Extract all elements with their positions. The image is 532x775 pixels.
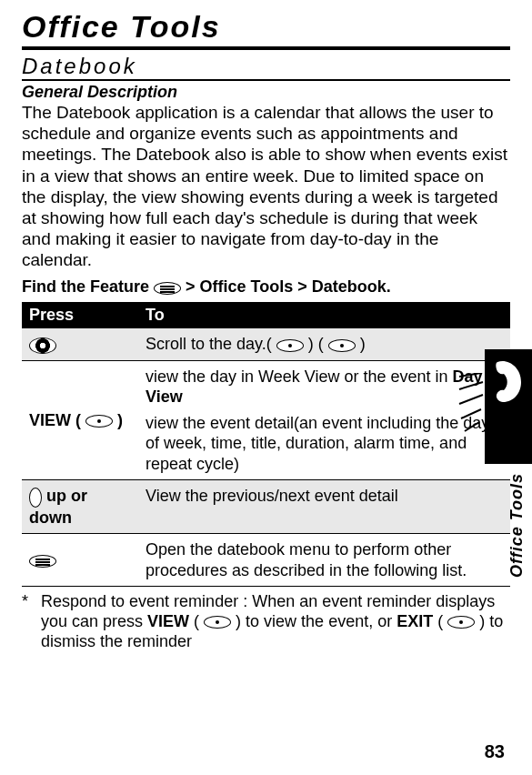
header-to: To bbox=[138, 302, 510, 328]
actions-table: Press To Scroll to the day.( ) ( ) VIEW … bbox=[22, 302, 510, 587]
page-number: 83 bbox=[485, 741, 505, 762]
menu-icon bbox=[29, 555, 56, 568]
subsection-title: General Description bbox=[22, 83, 510, 102]
to-cell: View the previous/next event detail bbox=[138, 480, 510, 534]
nav-wheel-icon bbox=[29, 337, 56, 354]
footnote-text: Respond to event reminder : When an even… bbox=[41, 592, 510, 652]
text: ) bbox=[356, 335, 366, 353]
side-section-label: Office Tools bbox=[507, 473, 527, 578]
find-feature-line: Find the Feature > Office Tools > Datebo… bbox=[22, 277, 510, 297]
find-feature-path: > Office Tools > Datebook. bbox=[181, 277, 391, 296]
text: view the day in Week View or the event i… bbox=[146, 367, 453, 386]
view-label: VIEW bbox=[147, 612, 189, 630]
view-label-pre: VIEW ( bbox=[29, 411, 85, 429]
footnote-marker: * bbox=[22, 592, 28, 652]
exit-label: EXIT bbox=[396, 612, 433, 630]
view-label-post: ) bbox=[113, 411, 123, 429]
table-row: Scroll to the day.( ) ( ) bbox=[22, 328, 510, 360]
menu-icon bbox=[154, 282, 181, 295]
text: ( bbox=[189, 612, 204, 630]
softkey-left-icon bbox=[276, 339, 304, 352]
press-cell: VIEW ( ) bbox=[22, 360, 138, 480]
to-cell: view the day in Week View or the event i… bbox=[138, 360, 510, 480]
table-row: up or down View the previous/next event … bbox=[22, 480, 510, 534]
text: view the event detail(an event including… bbox=[146, 414, 489, 473]
text: ) to view the event, or bbox=[231, 612, 396, 630]
description-text: The Datebook application is a calendar t… bbox=[22, 102, 510, 270]
text: ( bbox=[433, 612, 447, 630]
softkey-right-icon bbox=[328, 339, 356, 352]
table-row: VIEW ( ) view the day in Week View or th… bbox=[22, 360, 510, 480]
text: ) ( bbox=[304, 335, 328, 353]
press-cell bbox=[22, 328, 138, 360]
text: Scroll to the day.( bbox=[146, 335, 276, 353]
footnote: * Respond to event reminder : When an ev… bbox=[22, 592, 510, 652]
table-row: Open the datebook menu to perform other … bbox=[22, 534, 510, 587]
find-feature-label: Find the Feature bbox=[22, 277, 149, 296]
to-cell: Scroll to the day.( ) ( ) bbox=[138, 328, 510, 360]
table-header-row: Press To bbox=[22, 302, 510, 328]
scroll-updown-icon bbox=[29, 488, 42, 508]
header-press: Press bbox=[22, 302, 138, 328]
chapter-title: Office Tools bbox=[22, 9, 510, 50]
softkey-icon bbox=[204, 616, 231, 629]
motion-lines-icon bbox=[457, 373, 485, 437]
softkey-icon bbox=[85, 415, 113, 428]
side-tab bbox=[485, 349, 532, 464]
press-cell: up or down bbox=[22, 480, 138, 534]
press-cell bbox=[22, 534, 138, 587]
section-title: Datebook bbox=[22, 54, 510, 81]
softkey-icon bbox=[447, 616, 475, 629]
to-cell: Open the datebook menu to perform other … bbox=[138, 534, 510, 587]
phone-handset-icon bbox=[490, 357, 527, 408]
